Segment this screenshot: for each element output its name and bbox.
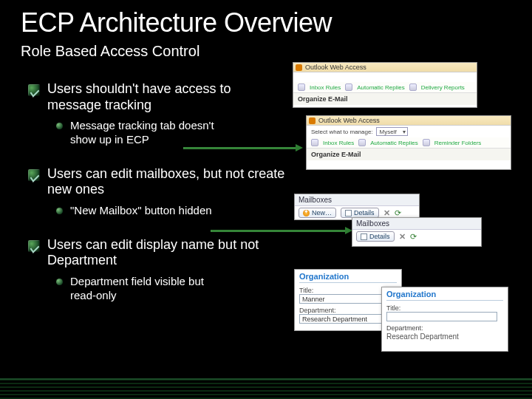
point-1: Users shouldn't have access to message t… <box>28 81 287 147</box>
check-bullet-icon <box>28 84 40 96</box>
owa-brand: Outlook Web Access <box>318 117 380 124</box>
point-3-text: Users can edit display name but not Depa… <box>47 237 287 269</box>
point-3-sub: Department field visible but read-only <box>70 275 233 303</box>
point-1-sub: Message tracking tab doesn't show up in … <box>70 119 233 147</box>
slide-title: ECP Architecture Overview <box>21 7 332 38</box>
arrow-icon <box>183 147 297 149</box>
outlook-logo-icon <box>296 64 302 71</box>
slide: ECP Architecture Overview Role Based Acc… <box>0 0 532 399</box>
footer-decoration <box>0 378 532 399</box>
delete-icon[interactable]: ✕ <box>383 210 390 216</box>
title-input[interactable] <box>386 312 497 321</box>
point-3: Users can edit display name but not Depa… <box>28 237 287 303</box>
details-button[interactable]: Details <box>341 208 379 218</box>
tab-icon <box>345 83 352 91</box>
slide-subtitle: Role Based Access Control <box>21 43 200 60</box>
outlook-logo-icon <box>309 117 316 124</box>
organize-label: Organize E-Mail <box>293 92 477 105</box>
bullet-content: Users shouldn't have access to message t… <box>28 81 287 321</box>
delete-icon[interactable]: ✕ <box>399 233 406 240</box>
department-label: Department: <box>386 324 503 332</box>
point-1-text: Users shouldn't have access to message t… <box>47 81 287 113</box>
sub-bullet-icon <box>56 123 63 129</box>
department-readonly: Research Department <box>386 332 503 341</box>
tab-icon <box>358 139 366 146</box>
tab-icon <box>423 139 430 146</box>
check-bullet-icon <box>28 240 40 252</box>
details-icon <box>345 210 352 216</box>
organize-label: Organize E-Mail <box>307 148 511 160</box>
sub-bullet-icon <box>56 279 63 285</box>
tab-icon <box>298 83 305 91</box>
new-mailbox-button[interactable]: New… <box>299 208 336 218</box>
point-2: Users can edit mailboxes, but not create… <box>28 166 287 218</box>
refresh-icon[interactable]: ⟳ <box>395 210 401 216</box>
arrow-icon <box>211 230 347 232</box>
point-2-sub: "New Mailbox" button hidden <box>70 204 212 218</box>
title-input[interactable]: Manner <box>299 294 388 304</box>
sub-bullet-icon <box>56 208 63 214</box>
refresh-icon[interactable]: ⟳ <box>410 233 417 240</box>
select-manage-dropdown[interactable]: Myself <box>376 127 408 136</box>
owa-brand: Outlook Web Access <box>305 64 366 71</box>
thumbnail-mailboxes-after: Mailboxes Details ✕ ⟳ <box>352 217 482 247</box>
details-icon <box>361 233 367 240</box>
organization-header: Organization <box>382 287 508 300</box>
thumbnail-owa-before: Outlook Web Access Inbox Rules Automatic… <box>293 62 477 108</box>
department-input[interactable]: Research Department <box>299 314 388 324</box>
new-icon <box>303 210 310 216</box>
tab-icon <box>311 139 318 146</box>
point-2-text: Users can edit mailboxes, but not create… <box>47 166 287 198</box>
thumbnail-mailboxes-before: Mailboxes New… Details ✕ ⟳ <box>294 194 420 220</box>
tab-icon <box>409 83 417 91</box>
thumbnail-owa-after: Outlook Web Access Select what to manage… <box>306 115 511 170</box>
title-label: Title: <box>386 304 503 312</box>
mailboxes-header: Mailboxes <box>352 218 481 230</box>
thumbnail-organization-readonly: Organization Title: Department: Research… <box>381 287 508 352</box>
mailboxes-header: Mailboxes <box>295 194 419 206</box>
check-bullet-icon <box>28 169 40 181</box>
select-manage-label: Select what to manage: <box>311 129 373 135</box>
details-button[interactable]: Details <box>356 231 395 242</box>
organization-header: Organization <box>295 270 401 282</box>
